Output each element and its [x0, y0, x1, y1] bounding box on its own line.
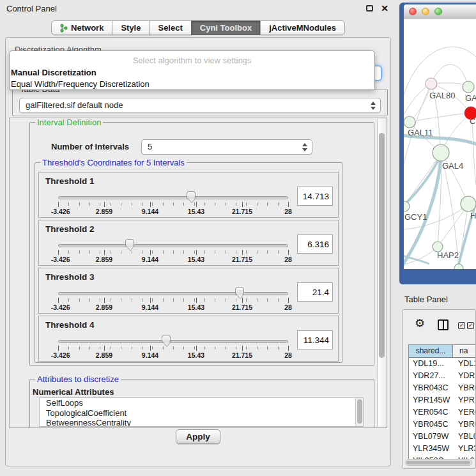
- node-gal4[interactable]: [433, 144, 449, 161]
- threshold-1-value-input[interactable]: [297, 187, 333, 206]
- table-cell[interactable]: YBL0: [453, 431, 475, 443]
- slider-tick-label: -3.426: [51, 303, 70, 311]
- close-icon[interactable]: ✕: [381, 4, 388, 13]
- horizontal-scrollbar[interactable]: [405, 459, 472, 466]
- node-gal80[interactable]: [426, 78, 437, 89]
- threshold-2-value-input[interactable]: [297, 234, 333, 254]
- slider-tick-label: 2.859: [96, 256, 112, 263]
- threshold-4-value-input[interactable]: [297, 330, 333, 349]
- threshold-2-slider[interactable]: -3.426 2.859 9.144 15.43 21.715 28: [58, 238, 288, 264]
- table-cell[interactable]: YDL19...: [409, 358, 453, 370]
- zoom-traffic-light-icon[interactable]: [434, 8, 442, 15]
- slider-major-tick: [150, 298, 151, 303]
- table-row: YDR27... YDR2: [409, 370, 475, 382]
- slider-track[interactable]: [58, 340, 288, 343]
- horizontal-scrollbar-thumb[interactable]: [406, 461, 470, 464]
- table-cell[interactable]: YBR0: [453, 382, 475, 394]
- tab-cyni-toolbox[interactable]: Cyni Toolbox: [191, 20, 261, 35]
- table-cell[interactable]: YDL1: [453, 358, 475, 370]
- float-window-icon[interactable]: [366, 5, 373, 12]
- screen: Control Panel ✕ Network Style Select Cyn…: [0, 0, 476, 476]
- slider-tick-label: 9.144: [142, 351, 158, 359]
- tab-network[interactable]: Network: [51, 20, 112, 35]
- table-cell[interactable]: YBL079W: [409, 431, 453, 443]
- threshold-slider-thumb[interactable]: [235, 287, 244, 295]
- algorithm-dropdown-item-manual[interactable]: Manual Discretization: [10, 67, 374, 79]
- settings-scroll-area: Interval Definition Number of Intervals …: [9, 118, 387, 428]
- table-cell[interactable]: YLR3: [453, 443, 475, 455]
- table-cell[interactable]: YBR0: [453, 418, 475, 431]
- cyni-toolbox-panel: Discretization Algorithm Select algorith…: [5, 37, 391, 466]
- table-cell[interactable]: YER054C: [409, 406, 453, 418]
- column-header-shared-name[interactable]: shared...: [409, 345, 453, 357]
- slider-tick-label: 28: [284, 351, 292, 359]
- slider-tick-label: 21.715: [232, 208, 252, 215]
- minimize-traffic-light-icon[interactable]: [422, 8, 429, 15]
- column-header-name[interactable]: na: [453, 345, 475, 357]
- combobox-stepper-icon: [302, 143, 308, 151]
- slider-tick-label: 9.144: [142, 303, 158, 311]
- threshold-slider-thumb[interactable]: [187, 191, 196, 199]
- table-row: YER054C YER0: [409, 406, 475, 418]
- tab-style[interactable]: Style: [112, 20, 150, 35]
- slider-major-tick: [288, 250, 289, 255]
- close-traffic-light-icon[interactable]: [409, 8, 417, 15]
- slider-tick-label: 15.43: [188, 351, 204, 359]
- table-cell[interactable]: YPR145W: [409, 394, 453, 406]
- apply-button[interactable]: Apply: [176, 429, 220, 444]
- slider-track[interactable]: [58, 292, 288, 295]
- list-scrollbar[interactable]: [355, 398, 363, 426]
- table-cell[interactable]: YPR1: [453, 394, 475, 406]
- table-cell[interactable]: YDR27...: [409, 370, 453, 382]
- table-cell[interactable]: YBR043C: [409, 382, 453, 394]
- node-label: H: [470, 211, 476, 220]
- table-data-group: Table Data galFiltered.sif default node: [12, 89, 388, 116]
- node-h[interactable]: [461, 196, 476, 211]
- threshold-3-slider[interactable]: -3.426 2.859 9.144 15.43 21.715 28: [58, 286, 288, 312]
- number-of-intervals-combobox[interactable]: 5: [141, 139, 312, 155]
- list-item[interactable]: TopologicalCoefficient: [40, 408, 363, 418]
- network-icon: [60, 24, 68, 33]
- tab-select-label: Select: [158, 23, 182, 33]
- threshold-slider-thumb[interactable]: [125, 239, 134, 247]
- network-canvas[interactable]: GAL80 GA C GAL11 GAL4 GCY1 H HAP2: [404, 19, 476, 269]
- threshold-1-slider[interactable]: -3.426 2.859 9.144 15.43 21.715 28: [58, 190, 288, 216]
- table-cell[interactable]: YBR045C: [409, 418, 453, 431]
- table-data-combobox[interactable]: galFiltered.sif default node: [19, 98, 381, 113]
- settings-gear-icon[interactable]: ⚙: [415, 318, 425, 329]
- network-window-titlebar[interactable]: [404, 4, 476, 19]
- threshold-slider-thumb[interactable]: [162, 335, 171, 343]
- tab-jactivemnodules[interactable]: jActiveMNodules: [260, 20, 345, 35]
- slider-tick-label: 15.43: [188, 208, 204, 215]
- node-gcy1[interactable]: [404, 201, 410, 211]
- list-item[interactable]: BetweennessCentrality: [40, 418, 363, 427]
- slider-tick-label: 15.43: [188, 303, 204, 311]
- slider-minor-ticks: [58, 346, 288, 349]
- table-cell[interactable]: YDR2: [453, 370, 475, 382]
- slider-major-tick: [288, 298, 289, 303]
- slider-tick-label: 2.859: [96, 351, 112, 359]
- threshold-4-slider[interactable]: -3.426 2.859 9.144 15.43 21.715 28: [58, 334, 288, 360]
- table-cell[interactable]: YER0: [453, 406, 475, 418]
- checkbox-checked-icon[interactable]: [467, 322, 474, 329]
- vertical-scrollbar[interactable]: [377, 119, 386, 427]
- threshold-3-value-input[interactable]: [297, 282, 333, 302]
- list-scrollbar-thumb[interactable]: [357, 399, 362, 424]
- table-cell[interactable]: YLR345W: [409, 443, 453, 455]
- node-ga[interactable]: [463, 81, 474, 93]
- slider-track[interactable]: [58, 196, 288, 199]
- threshold-2-label: Threshold 2: [45, 224, 95, 234]
- node-gal11[interactable]: [404, 116, 415, 128]
- split-column-icon[interactable]: [438, 319, 449, 330]
- tab-select[interactable]: Select: [149, 20, 191, 35]
- slider-track[interactable]: [58, 244, 288, 247]
- node-partial[interactable]: [454, 264, 463, 269]
- checkbox-checked-icon[interactable]: [458, 322, 465, 329]
- table-cell[interactable]: YIL052C: [409, 455, 453, 459]
- algorithm-dropdown-item-equal-width[interactable]: Equal Width/Frequency Discretization: [10, 79, 374, 90]
- table-row: YBR043C YBR0: [409, 382, 475, 394]
- list-item[interactable]: SelfLoops: [40, 398, 363, 408]
- vertical-scrollbar-thumb[interactable]: [379, 133, 385, 358]
- slider-major-tick: [104, 202, 105, 207]
- table-cell[interactable]: YIL0: [453, 455, 475, 459]
